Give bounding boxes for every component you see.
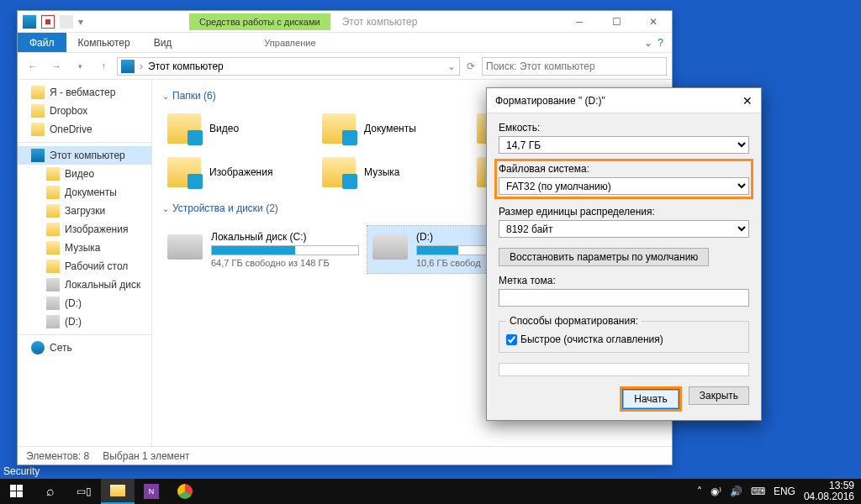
nav-item-label: Изображения (65, 223, 128, 235)
nav-item-label: Рабочий стол (65, 260, 128, 272)
nav-item-label: OneDrive (50, 123, 92, 135)
nav-item[interactable]: Музыка (18, 239, 151, 257)
qat-new-folder-icon[interactable] (60, 15, 73, 29)
nav-item[interactable]: Я - вебмастер (18, 83, 151, 102)
language-indicator[interactable]: ENG (774, 486, 795, 497)
nav-item-label: Я - вебмастер (50, 87, 115, 98)
nav-item[interactable]: (D:) (18, 294, 151, 312)
contextual-tab[interactable]: Средства работы с дисками (189, 13, 330, 30)
nav-item[interactable]: Сеть (18, 339, 151, 357)
quick-format-checkbox[interactable]: Быстрое (очистка оглавления) (506, 333, 742, 345)
onenote-icon: N (144, 484, 159, 499)
drive-icon (372, 234, 408, 260)
nav-item[interactable]: Загрузки (18, 202, 151, 220)
close-button[interactable]: ✕ (635, 11, 672, 33)
format-dialog: Форматирование " (D:)" ✕ Емкость: 14,7 Г… (486, 87, 762, 421)
restore-defaults-button[interactable]: Восстановить параметры по умолчанию (499, 248, 709, 266)
folder-item[interactable]: Документы (317, 108, 468, 149)
drive-usage-bar (211, 245, 359, 255)
status-items: Элементов: 8 (26, 450, 89, 462)
search-taskbar-button[interactable]: ⌕ (34, 479, 67, 504)
nav-item[interactable]: Локальный диск (18, 276, 151, 294)
start-button[interactable]: Начать (623, 390, 679, 408)
quick-format-label: Быстрое (очистка оглавления) (520, 333, 663, 345)
status-selected: Выбран 1 элемент (103, 450, 189, 462)
windows-icon (10, 485, 24, 498)
quick-format-input[interactable] (506, 334, 517, 345)
task-view-button[interactable]: ▭▯ (67, 479, 101, 504)
nav-item-icon (46, 278, 60, 291)
taskbar-onenote[interactable]: N (135, 479, 168, 504)
drive-icon (167, 234, 203, 260)
nav-item[interactable]: (D:) (18, 312, 151, 331)
format-methods-group: Способы форматирования: Быстрое (очистка… (499, 315, 749, 353)
qat-dropdown-icon[interactable]: ▾ (78, 16, 83, 28)
minimize-button[interactable]: ─ (561, 11, 598, 33)
volume-icon[interactable]: 🔊 (730, 486, 742, 497)
nav-item-label: Dropbox (50, 105, 87, 117)
folder-label: Изображения (209, 166, 272, 178)
ribbon-tab-computer[interactable]: Компьютер (66, 33, 142, 52)
titlebar: ▾ Средства работы с дисками Этот компьют… (18, 11, 672, 33)
nav-item[interactable]: Документы (18, 183, 151, 202)
taskbar-explorer[interactable] (101, 479, 135, 504)
folder-label: Музыка (364, 166, 399, 178)
nav-item[interactable]: Изображения (18, 220, 151, 239)
nav-item-label: Загрузки (65, 205, 105, 217)
address-bar[interactable]: › Этот компьютер ⌄ (117, 57, 460, 76)
nav-item[interactable]: Dropbox (18, 102, 151, 120)
ribbon: Файл Компьютер Вид Управление ⌄ ? (18, 33, 672, 53)
search-icon: ⌕ (46, 484, 55, 499)
file-tab[interactable]: Файл (18, 33, 66, 52)
ribbon-expand-icon[interactable]: ⌄ (644, 37, 652, 49)
folder-label: Видео (209, 123, 239, 134)
folder-item[interactable]: Изображения (162, 152, 314, 192)
nav-item[interactable]: Видео (18, 165, 151, 183)
nav-item-icon (46, 204, 60, 218)
nav-item[interactable]: Этот компьютер (18, 146, 151, 165)
filesystem-select[interactable]: FAT32 (по умолчанию) (499, 177, 749, 195)
refresh-icon[interactable]: ⟳ (463, 60, 478, 72)
search-input[interactable] (482, 57, 667, 76)
start-button[interactable] (0, 479, 34, 504)
back-button[interactable]: ← (23, 56, 43, 76)
taskbar-clock[interactable]: 13:59 04.08.2016 (804, 480, 854, 502)
nav-item-label: Видео (65, 168, 94, 180)
filesystem-label: Файловая система: (499, 163, 749, 175)
close-button[interactable]: Закрыть (689, 386, 749, 405)
nav-item-icon (31, 104, 45, 118)
taskbar-chrome[interactable] (168, 479, 202, 504)
forward-button[interactable]: → (46, 56, 66, 76)
wifi-icon[interactable]: ◉⁾ (710, 486, 721, 497)
maximize-button[interactable]: ☐ (598, 11, 635, 33)
allocation-select[interactable]: 8192 байт (499, 220, 749, 238)
nav-item[interactable]: OneDrive (18, 120, 151, 139)
nav-item-icon (46, 186, 60, 199)
folder-icon (322, 157, 356, 187)
keyboard-icon[interactable]: ⌨ (751, 486, 765, 497)
volume-label-input[interactable] (499, 289, 749, 307)
nav-item[interactable]: Рабочий стол (18, 257, 151, 276)
dialog-close-icon[interactable]: ✕ (742, 94, 753, 108)
qat-properties-icon[interactable] (41, 15, 55, 29)
up-button[interactable]: ↑ (93, 56, 114, 76)
task-view-icon: ▭▯ (77, 486, 92, 497)
history-dropdown[interactable]: ▾ (70, 56, 90, 76)
svg-rect-0 (10, 485, 16, 491)
capacity-select[interactable]: 14,7 ГБ (499, 136, 749, 154)
filesystem-highlight: Файловая система: FAT32 (по умолчанию) (494, 159, 753, 199)
quick-access-toolbar: ▾ (18, 15, 88, 29)
app-icon (23, 15, 36, 29)
nav-item-label: Локальный диск (65, 279, 140, 291)
folder-item[interactable]: Музыка (317, 152, 468, 192)
ribbon-tab-view[interactable]: Вид (142, 33, 184, 52)
folder-item[interactable]: Видео (162, 108, 314, 149)
volume-label-label: Метка тома: (499, 275, 749, 286)
tray-expand-icon[interactable]: ˄ (697, 486, 702, 497)
nav-item-label: Сеть (50, 342, 72, 354)
help-icon[interactable]: ? (658, 37, 663, 49)
drive-item[interactable]: Локальный диск (C:) 64,7 ГБ свободно из … (162, 226, 364, 273)
svg-rect-3 (17, 491, 23, 497)
nav-item-icon (46, 167, 60, 181)
ribbon-tab-manage[interactable]: Управление (252, 33, 327, 52)
